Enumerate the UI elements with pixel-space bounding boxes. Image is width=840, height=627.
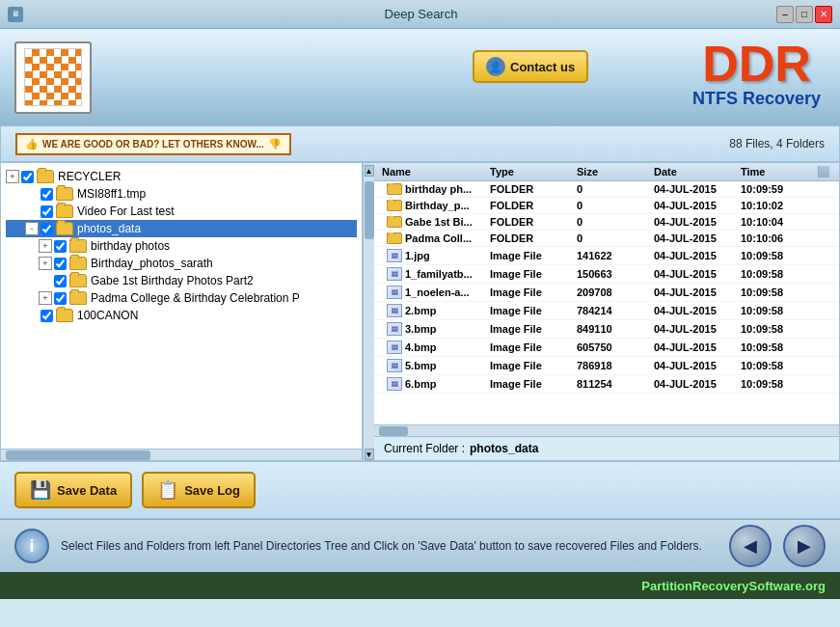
save-data-button[interactable]: 💾 Save Data: [14, 472, 132, 508]
tree-vertical-scrollbar[interactable]: ▲ ▼: [363, 163, 374, 460]
file-time: 10:09:58: [741, 360, 818, 371]
tree-item[interactable]: Video For Last test: [6, 203, 357, 220]
tree-hscroll-thumb[interactable]: [6, 450, 150, 460]
table-row[interactable]: 🖼 2.bmp Image File 784214 04-JUL-2015 10…: [374, 302, 839, 320]
file-name: 🖼 3.bmp: [374, 322, 490, 336]
app-icon: 🖥: [8, 7, 23, 22]
tree-item[interactable]: +Padma College & Birthday Celebration P: [6, 289, 357, 307]
title-bar: 🖥 Deep Search – □ ✕: [0, 0, 840, 29]
tree-checkbox[interactable]: [41, 188, 53, 201]
file-type: Image File: [490, 378, 577, 390]
file-time: 10:09:58: [741, 268, 818, 280]
file-size: 849110: [577, 323, 654, 335]
table-row[interactable]: Birthday_p... FOLDER 0 04-JUL-2015 10:10…: [374, 198, 839, 214]
tree-checkbox[interactable]: [41, 310, 53, 322]
tree-item-label: 100CANON: [77, 309, 138, 322]
tree-checkbox[interactable]: [41, 223, 53, 235]
col-header-size: Size: [577, 166, 654, 177]
logo-box: [14, 41, 92, 114]
file-size: 150663: [577, 268, 654, 280]
tree-expander[interactable]: +: [39, 239, 52, 253]
image-file-icon: 🖼: [387, 377, 402, 391]
file-hscroll-thumb[interactable]: [379, 426, 408, 436]
file-type: Image File: [490, 305, 577, 316]
tree-checkbox[interactable]: [54, 275, 67, 287]
tree-expander[interactable]: +: [39, 257, 52, 270]
tree-scroll[interactable]: +RECYCLERMSI88ff1.tmpVideo For Last test…: [1, 163, 362, 449]
folder-icon: [69, 274, 87, 287]
tree-checkbox[interactable]: [54, 292, 67, 305]
folder-icon: [387, 200, 402, 211]
folder-icon: [387, 216, 402, 228]
table-row[interactable]: 🖼 6.bmp Image File 811254 04-JUL-2015 10…: [374, 375, 839, 394]
table-row[interactable]: 🖼 5.bmp Image File 786918 04-JUL-2015 10…: [374, 357, 839, 375]
tree-item[interactable]: -photos_data: [6, 220, 357, 237]
contact-button[interactable]: 👤 Contact us: [473, 50, 588, 83]
table-row[interactable]: Gabe 1st Bi... FOLDER 0 04-JUL-2015 10:1…: [374, 214, 839, 231]
file-date: 04-JUL-2015: [654, 250, 741, 261]
file-name: 🖼 2.bmp: [374, 304, 490, 317]
rating-badge[interactable]: 👍 WE ARE GOOD OR BAD? LET OTHERS KNOW...…: [15, 133, 291, 155]
col-header-name: Name: [374, 166, 490, 177]
tree-item-label: MSI88ff1.tmp: [77, 187, 146, 201]
file-date: 04-JUL-2015: [654, 268, 741, 280]
scroll-down-arrow[interactable]: ▼: [365, 449, 374, 460]
folder-icon: [56, 204, 73, 218]
forward-button[interactable]: ▶: [783, 525, 826, 567]
current-folder-bar: Current Folder : photos_data: [374, 436, 839, 460]
table-row[interactable]: 🖼 3.bmp Image File 849110 04-JUL-2015 10…: [374, 320, 839, 339]
file-time: 10:09:58: [741, 378, 818, 390]
tree-item[interactable]: 100CANON: [6, 307, 357, 324]
tree-checkbox[interactable]: [54, 240, 67, 253]
col-header-time: Time: [741, 166, 818, 177]
file-date: 04-JUL-2015: [654, 341, 741, 353]
tree-checkbox[interactable]: [41, 205, 53, 218]
tree-checkbox[interactable]: [54, 258, 67, 270]
file-name: 🖼 6.bmp: [374, 377, 490, 391]
file-date: 04-JUL-2015: [654, 200, 741, 211]
table-row[interactable]: 🖼 1_familyatb... Image File 150663 04-JU…: [374, 265, 839, 284]
table-row[interactable]: 🖼 4.bmp Image File 605750 04-JUL-2015 10…: [374, 339, 839, 357]
header: 👤 Contact us DDR NTFS Recovery: [0, 29, 840, 125]
image-file-icon: 🖼: [387, 267, 402, 281]
file-rows[interactable]: birthday ph... FOLDER 0 04-JUL-2015 10:0…: [374, 181, 839, 398]
tree-item[interactable]: +birthday photos: [6, 237, 357, 255]
save-log-button[interactable]: 📋 Save Log: [142, 472, 256, 508]
back-button[interactable]: ◀: [729, 525, 772, 567]
table-row[interactable]: Padma Coll... FOLDER 0 04-JUL-2015 10:10…: [374, 231, 839, 247]
file-time: 10:09:58: [741, 286, 818, 298]
tree-expander[interactable]: +: [6, 170, 19, 183]
scroll-thumb[interactable]: [365, 181, 374, 239]
file-time: 10:09:58: [741, 323, 818, 335]
file-horizontal-scrollbar[interactable]: [374, 424, 839, 436]
maximize-button[interactable]: □: [796, 6, 813, 23]
tree-expander[interactable]: +: [39, 291, 52, 305]
image-file-icon: 🖼: [387, 286, 402, 299]
tree-expander[interactable]: -: [25, 222, 39, 235]
table-row[interactable]: 🖼 1_noelen-a... Image File 209708 04-JUL…: [374, 284, 839, 302]
file-size: 784214: [577, 305, 654, 316]
tree-checkbox[interactable]: [21, 171, 34, 183]
tree-item[interactable]: +RECYCLER: [6, 168, 357, 185]
file-date: 04-JUL-2015: [654, 216, 741, 228]
file-panel: Name Type Size Date Time birthday ph... …: [374, 163, 839, 460]
tree-horizontal-scrollbar[interactable]: [1, 449, 362, 460]
table-row[interactable]: 🖼 1.jpg Image File 141622 04-JUL-2015 10…: [374, 247, 839, 265]
tree-item[interactable]: +Birthday_photos_sarath: [6, 255, 357, 272]
file-type: Image File: [490, 250, 577, 261]
folder-icon: [69, 291, 87, 305]
tree-item[interactable]: MSI88ff1.tmp: [6, 185, 357, 203]
minimize-button[interactable]: –: [776, 6, 794, 23]
file-date: 04-JUL-2015: [654, 360, 741, 371]
file-name: 🖼 1_noelen-a...: [374, 286, 490, 299]
scroll-up-arrow[interactable]: ▲: [365, 165, 374, 177]
status-bar: i Select Files and Folders from left Pan…: [0, 519, 840, 572]
thumbs-down-icon: 👎: [268, 138, 282, 150]
footer-brand: PartitionRecoverySoftware.org: [641, 579, 826, 593]
tree-item-label: Video For Last test: [77, 204, 175, 218]
file-name: 🖼 1.jpg: [374, 249, 490, 262]
tree-item[interactable]: Gabe 1st Birthday Photos Part2: [6, 272, 357, 289]
col-header-type: Type: [490, 166, 577, 177]
table-row[interactable]: birthday ph... FOLDER 0 04-JUL-2015 10:0…: [374, 181, 839, 198]
close-button[interactable]: ✕: [815, 6, 832, 23]
